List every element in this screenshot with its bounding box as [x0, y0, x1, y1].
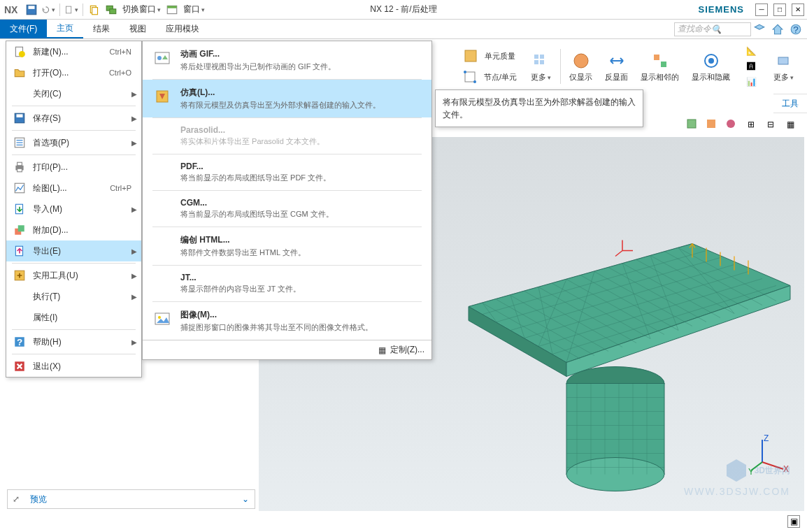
show-adj-label: 显示相邻的 [641, 72, 679, 82]
preview-dropdown[interactable]: 预览⌄ [24, 494, 255, 505]
svg-rect-11 [465, 50, 476, 62]
ribbon-tool-2[interactable]: 🅰 [744, 59, 758, 73]
svg-point-29 [19, 51, 25, 57]
addon-icon [12, 222, 27, 238]
file-menu-exit[interactable]: 退出(X) [6, 356, 141, 377]
show-only-icon[interactable] [570, 51, 592, 71]
home-icon[interactable] [771, 22, 785, 36]
title-bar: NX 切换窗口 窗口 NX 12 - 前/后处理 SIEMENS ─ □ ✕ [0, 0, 807, 20]
svg-line-110 [615, 251, 622, 257]
svg-marker-117 [727, 459, 746, 482]
export-menu-jt[interactable]: JT...将显示部件的内容导出至 JT 文件。 [143, 266, 431, 301]
show-hide-label: 显示和隐藏 [692, 72, 730, 82]
tab-app[interactable]: 应用模块 [156, 20, 209, 38]
nav-panel: ⤢ 预览⌄ [7, 489, 255, 509]
ribbon-tool-1[interactable]: 📐 [744, 44, 758, 58]
sub-toolbar: 工具 [773, 94, 807, 113]
file-menu-help[interactable]: ?帮助(H)▶ [6, 331, 141, 352]
svg-rect-18 [540, 60, 544, 64]
export-menu-cgm[interactable]: CGM...将当前显示的布局或图纸导出至 CGM 文件。 [143, 191, 431, 227]
copy-icon[interactable] [87, 3, 101, 17]
more-label[interactable]: 更多 [531, 72, 551, 82]
svg-rect-1 [29, 6, 35, 9]
svg-point-23 [708, 58, 714, 64]
siemens-brand: SIEMENS [698, 4, 744, 15]
file-menu-addon[interactable]: 附加(D)... [6, 220, 141, 240]
file-menu-close[interactable]: 关闭(C)▶ [6, 83, 141, 104]
show-hide-icon[interactable] [700, 51, 722, 71]
export-menu-pdf[interactable]: PDF...将当前显示的布局或图纸导出至 PDF 文件。 [143, 154, 431, 190]
tool-e[interactable]: ⊟ [764, 117, 778, 131]
svg-rect-17 [534, 60, 538, 64]
elem-quality-icon[interactable] [459, 46, 482, 66]
window-button[interactable]: 窗口 [183, 3, 205, 15]
export-customize[interactable]: ▦定制(Z)... [143, 340, 431, 359]
svg-rect-2 [66, 6, 71, 13]
file-menu-exec[interactable]: 执行(T)▶ [6, 286, 141, 307]
gif-icon-icon [152, 48, 172, 68]
window-icon[interactable] [165, 3, 179, 17]
file-menu-open[interactable]: 打开(O)...Ctrl+O [6, 62, 141, 83]
more2-label[interactable]: 更多 [773, 72, 794, 82]
file-menu-print[interactable]: 打印(P)... [6, 157, 141, 178]
nx-logo: NX [4, 4, 17, 15]
plot-icon [12, 180, 27, 196]
tab-results[interactable]: 结果 [83, 20, 120, 38]
svg-rect-16 [540, 55, 544, 59]
tooltip: 将有限元模型及仿真导出至为外部求解器创建的输入文件。 [435, 89, 643, 127]
close-button[interactable]: ✕ [792, 3, 804, 16]
tools-link[interactable]: 工具 [782, 98, 799, 110]
svg-rect-4 [92, 7, 98, 14]
save-icon [12, 110, 27, 126]
search-input[interactable]: 查找命令 🔍 [674, 22, 751, 36]
tab-file[interactable]: 文件(F) [0, 20, 47, 38]
node-elem-icon[interactable] [459, 67, 481, 87]
status-corner-icon[interactable]: ▣ [787, 515, 800, 528]
show-adj-icon[interactable] [649, 51, 671, 71]
file-menu-utils[interactable]: 实用工具(U)▶ [6, 265, 141, 286]
svg-rect-39 [15, 183, 24, 193]
utils-icon [12, 268, 27, 283]
blank-icon [152, 234, 172, 254]
file-menu-prefs[interactable]: 首选项(P)▶ [6, 132, 141, 153]
file-menu-import[interactable]: 导入(M)▶ [6, 199, 141, 220]
tool-c[interactable] [724, 117, 738, 131]
window-title: NX 12 - 前/后处理 [370, 3, 436, 15]
file-menu-new[interactable]: 新建(N)...Ctrl+N [6, 41, 141, 62]
minimize-button[interactable]: ─ [755, 3, 768, 16]
switch-window-button[interactable]: 切换窗口 [122, 3, 161, 15]
open-icon [12, 65, 27, 80]
reverse-icon[interactable] [606, 51, 628, 71]
prefs-icon [12, 135, 27, 150]
switch-window-icon[interactable] [104, 3, 118, 17]
tool-f[interactable]: ▦ [783, 117, 797, 131]
export-menu-gif[interactable]: 动画 GIF...将后处理视图导出为已制作动画的 GIF 文件。 [143, 41, 431, 79]
new-doc-icon[interactable] [64, 3, 78, 17]
file-menu-props[interactable]: 属性(I) [6, 307, 141, 328]
undo-icon[interactable] [41, 3, 55, 17]
export-menu-parasolid: Parasolid...将实体和片体导出至 Parasolid 文本文件。 [143, 118, 431, 154]
file-menu-save[interactable]: 保存(S)▶ [6, 108, 141, 129]
import-icon [12, 201, 27, 217]
ribbon-tool-3[interactable]: 📊 [744, 75, 758, 89]
tool-a[interactable] [685, 117, 699, 131]
tab-view[interactable]: 视图 [120, 20, 156, 38]
grid-icon[interactable] [529, 51, 552, 71]
layers-icon[interactable] [752, 22, 766, 36]
tab-home[interactable]: 主页 [47, 20, 83, 38]
help-icon[interactable]: ? [789, 22, 803, 36]
export-menu-sim[interactable]: 仿真(L)...将有限元模型及仿真导出至为外部求解器创建的输入文件。 [143, 80, 431, 117]
maximize-button[interactable]: □ [773, 3, 786, 16]
export-menu-image[interactable]: 图像(M)...捕捉图形窗口的图像并将其导出至不同的图像文件格式。 [143, 302, 431, 340]
blank-icon [152, 161, 172, 181]
svg-point-13 [464, 71, 466, 73]
svg-point-27 [727, 120, 735, 128]
file-menu-export[interactable]: 导出(E)▶ [6, 240, 141, 261]
more-icon[interactable] [772, 51, 794, 71]
tool-d[interactable]: ⊞ [744, 117, 758, 131]
export-menu-html[interactable]: 编创 HTML...将部件文件数据导出至 HTML 文件。 [143, 227, 431, 265]
save-icon[interactable] [24, 3, 38, 17]
tool-b[interactable] [705, 117, 719, 131]
svg-rect-6 [110, 8, 116, 13]
file-menu-plot[interactable]: 绘图(L)...Ctrl+P [6, 178, 141, 199]
